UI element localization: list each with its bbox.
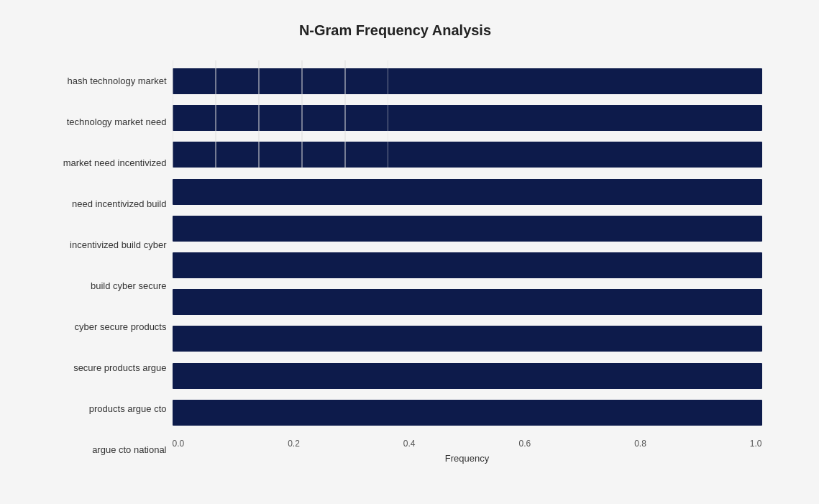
y-label: need incentivized build — [29, 186, 167, 221]
x-tick: 1.0 — [750, 439, 762, 449]
bar-row — [173, 102, 762, 134]
y-axis: hash technology markettechnology market … — [29, 60, 173, 470]
bar — [173, 289, 762, 315]
y-label: secure products argue — [29, 350, 167, 385]
bar — [173, 142, 762, 168]
chart-area: hash technology markettechnology market … — [29, 60, 762, 470]
bars-inner — [173, 60, 762, 434]
x-tick: 0.6 — [518, 439, 531, 449]
bar-row — [173, 286, 762, 318]
y-label: technology market need — [29, 104, 167, 139]
y-label: incentivized build cyber — [29, 227, 167, 262]
bar — [173, 400, 762, 426]
y-label: cyber secure products — [29, 309, 167, 344]
bar-row — [173, 176, 762, 208]
bar — [173, 105, 762, 131]
bar — [173, 179, 762, 205]
x-tick: 0.2 — [288, 439, 300, 449]
y-label: build cyber secure — [29, 268, 167, 303]
bar-row — [173, 213, 762, 244]
bar — [173, 68, 762, 94]
bar — [173, 216, 762, 242]
y-label: argue cto national — [29, 432, 167, 467]
bar — [173, 326, 762, 352]
x-axis: 0.00.20.40.60.81.0 Frequency — [173, 434, 762, 470]
x-tick: 0.8 — [634, 439, 646, 449]
bar — [173, 363, 762, 389]
x-axis-label: Frequency — [173, 453, 762, 464]
chart-container: N-Gram Frequency Analysis hash technolog… — [14, 8, 805, 497]
bar-row — [173, 65, 762, 97]
bar-row — [173, 397, 762, 429]
chart-title: N-Gram Frequency Analysis — [29, 22, 762, 39]
bar-row — [173, 323, 762, 354]
bar — [173, 252, 762, 278]
bars-and-xaxis: 0.00.20.40.60.81.0 Frequency — [173, 60, 762, 470]
y-label: hash technology market — [29, 63, 167, 98]
x-tick: 0.0 — [173, 439, 185, 449]
bar-row — [173, 360, 762, 392]
x-ticks: 0.00.20.40.60.81.0 — [173, 434, 762, 449]
x-tick: 0.4 — [403, 439, 416, 449]
bar-row — [173, 249, 762, 281]
y-label: market need incentivized — [29, 145, 167, 180]
y-label: products argue cto — [29, 391, 167, 426]
bar-row — [173, 139, 762, 170]
bars-area — [173, 60, 762, 434]
